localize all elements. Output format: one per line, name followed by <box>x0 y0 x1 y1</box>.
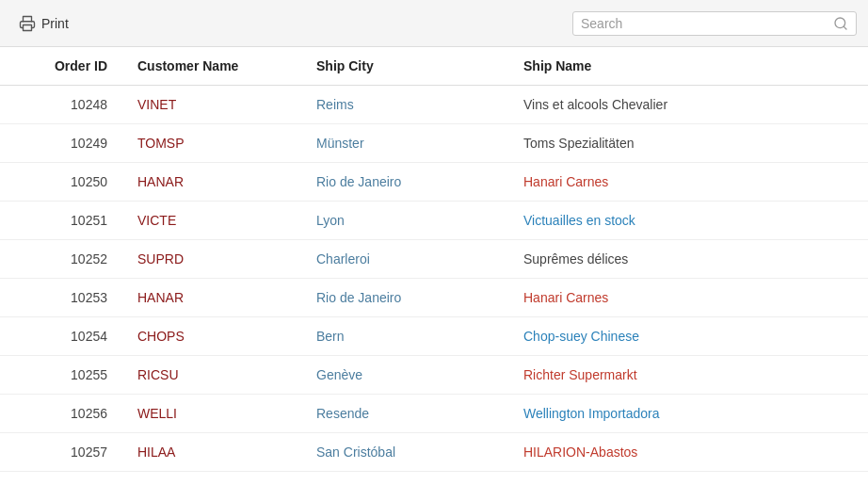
search-box <box>572 11 857 36</box>
search-icon <box>833 16 848 31</box>
cell-ship-name: Victuailles en stock <box>508 202 868 240</box>
toolbar: Print <box>0 0 868 47</box>
cell-customer: HANAR <box>122 279 301 317</box>
cell-order-id: 10251 <box>0 202 122 240</box>
table-row: 10254CHOPSBernChop-suey Chinese <box>0 317 868 356</box>
cell-ship-name: Chop-suey Chinese <box>508 317 868 356</box>
table-row: 10250HANARRio de JaneiroHanari Carnes <box>0 163 868 202</box>
table-row: 10248VINETReimsVins et alcools Chevalier <box>0 86 868 124</box>
cell-order-id: 10249 <box>0 124 122 163</box>
table-row: 10251VICTELyonVictuailles en stock <box>0 202 868 240</box>
table-row: 10255RICSUGenèveRichter Supermarkt <box>0 356 868 395</box>
cell-ship-name: Hanari Carnes <box>508 163 868 202</box>
cell-order-id: 10250 <box>0 163 122 202</box>
cell-order-id: 10253 <box>0 279 122 317</box>
table-body: 10248VINETReimsVins et alcools Chevalier… <box>0 86 868 472</box>
cell-order-id: 10248 <box>0 86 122 124</box>
cell-customer: VICTE <box>122 202 301 240</box>
cell-city: Münster <box>301 124 508 163</box>
cell-city: San Cristóbal <box>301 433 508 472</box>
cell-city: Resende <box>301 395 508 433</box>
header-order-id: Order ID <box>0 47 122 86</box>
cell-ship-name: Wellington Importadora <box>508 395 868 433</box>
header-customer-name: Customer Name <box>122 47 301 86</box>
svg-rect-0 <box>24 24 32 30</box>
cell-order-id: 10256 <box>0 395 122 433</box>
cell-ship-name: Vins et alcools Chevalier <box>508 86 868 124</box>
cell-order-id: 10252 <box>0 240 122 279</box>
cell-ship-name: Hanari Carnes <box>508 279 868 317</box>
cell-city: Bern <box>301 317 508 356</box>
cell-city: Reims <box>301 86 508 124</box>
cell-customer: TOMSP <box>122 124 301 163</box>
print-label: Print <box>41 16 69 31</box>
table-row: 10253HANARRio de JaneiroHanari Carnes <box>0 279 868 317</box>
header-ship-name: Ship Name <box>508 47 868 86</box>
cell-customer: HILAA <box>122 433 301 472</box>
cell-city: Charleroi <box>301 240 508 279</box>
cell-city: Rio de Janeiro <box>301 279 508 317</box>
table-row: 10249TOMSPMünsterToms Spezialitäten <box>0 124 868 163</box>
cell-city: Rio de Janeiro <box>301 163 508 202</box>
cell-customer: HANAR <box>122 163 301 202</box>
printer-icon <box>19 15 36 32</box>
cell-customer: CHOPS <box>122 317 301 356</box>
orders-table: Order ID Customer Name Ship City Ship Na… <box>0 47 868 472</box>
cell-customer: VINET <box>122 86 301 124</box>
cell-ship-name: Richter Supermarkt <box>508 356 868 395</box>
cell-order-id: 10254 <box>0 317 122 356</box>
cell-customer: RICSU <box>122 356 301 395</box>
cell-order-id: 10255 <box>0 356 122 395</box>
cell-city: Lyon <box>301 202 508 240</box>
cell-ship-name: Suprêmes délices <box>508 240 868 279</box>
table-row: 10256WELLIResendeWellington Importadora <box>0 395 868 433</box>
header-ship-city: Ship City <box>301 47 508 86</box>
table-container: Order ID Customer Name Ship City Ship Na… <box>0 47 868 501</box>
cell-city: Genève <box>301 356 508 395</box>
cell-customer: SUPRD <box>122 240 301 279</box>
cell-order-id: 10257 <box>0 433 122 472</box>
cell-ship-name: Toms Spezialitäten <box>508 124 868 163</box>
print-button[interactable]: Print <box>11 11 76 36</box>
svg-line-2 <box>844 26 846 29</box>
table-row: 10252SUPRDCharleroiSuprêmes délices <box>0 240 868 279</box>
table-row: 10257HILAASan CristóbalHILARION-Abastos <box>0 433 868 472</box>
cell-customer: WELLI <box>122 395 301 433</box>
cell-ship-name: HILARION-Abastos <box>508 433 868 472</box>
table-header-row: Order ID Customer Name Ship City Ship Na… <box>0 47 868 86</box>
search-input[interactable] <box>581 16 828 31</box>
